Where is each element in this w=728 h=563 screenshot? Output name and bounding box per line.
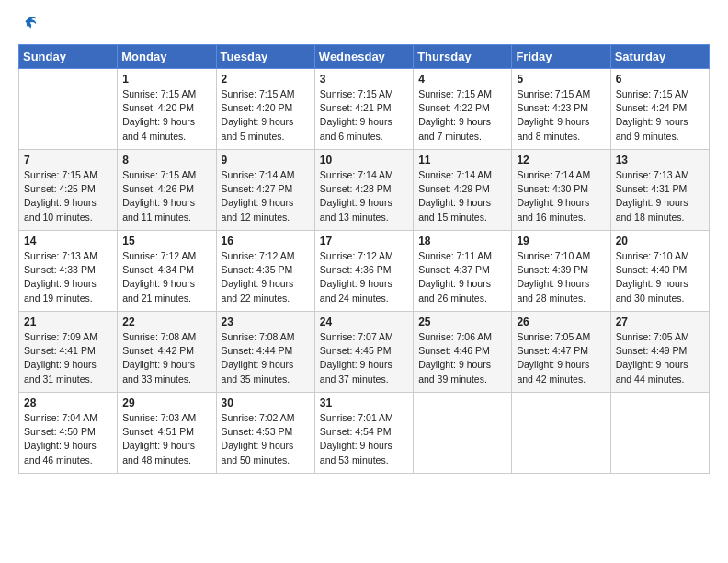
calendar-cell: 11Sunrise: 7:14 AMSunset: 4:29 PMDayligh… [414, 150, 512, 231]
day-info: Sunrise: 7:07 AMSunset: 4:45 PMDaylight:… [320, 330, 408, 386]
calendar-cell: 21Sunrise: 7:09 AMSunset: 4:41 PMDayligh… [19, 312, 118, 393]
day-info: Sunrise: 7:15 AMSunset: 4:26 PMDaylight:… [122, 168, 210, 224]
calendar-cell: 30Sunrise: 7:02 AMSunset: 4:53 PMDayligh… [216, 393, 314, 474]
day-info: Sunrise: 7:05 AMSunset: 4:47 PMDaylight:… [517, 330, 605, 386]
day-number: 12 [517, 154, 605, 167]
page: SundayMondayTuesdayWednesdayThursdayFrid… [0, 0, 728, 483]
calendar-week-5: 28Sunrise: 7:04 AMSunset: 4:50 PMDayligh… [19, 393, 710, 474]
day-info: Sunrise: 7:15 AMSunset: 4:24 PMDaylight:… [616, 87, 704, 144]
day-number: 17 [320, 235, 408, 247]
day-info: Sunrise: 7:06 AMSunset: 4:46 PMDaylight:… [418, 330, 506, 386]
calendar-cell: 20Sunrise: 7:10 AMSunset: 4:40 PMDayligh… [610, 231, 709, 312]
day-number: 6 [616, 73, 704, 86]
day-info: Sunrise: 7:09 AMSunset: 4:41 PMDaylight:… [24, 330, 112, 386]
day-info: Sunrise: 7:10 AMSunset: 4:40 PMDaylight:… [616, 249, 704, 305]
day-number: 31 [320, 396, 408, 409]
day-info: Sunrise: 7:15 AMSunset: 4:23 PMDaylight:… [517, 87, 605, 144]
day-number: 10 [320, 154, 408, 167]
calendar-cell [610, 393, 709, 474]
day-info: Sunrise: 7:14 AMSunset: 4:29 PMDaylight:… [418, 168, 506, 224]
day-header-thursday: Thursday [414, 45, 512, 69]
day-number: 3 [320, 73, 408, 86]
day-info: Sunrise: 7:15 AMSunset: 4:25 PMDaylight:… [24, 168, 112, 224]
calendar-cell: 29Sunrise: 7:03 AMSunset: 4:51 PMDayligh… [118, 393, 216, 474]
day-number: 4 [418, 73, 506, 86]
day-header-sunday: Sunday [19, 45, 118, 69]
calendar-cell: 24Sunrise: 7:07 AMSunset: 4:45 PMDayligh… [314, 312, 413, 393]
day-number: 22 [122, 316, 210, 328]
logo-bird-icon [18, 15, 39, 35]
calendar-cell: 16Sunrise: 7:12 AMSunset: 4:35 PMDayligh… [216, 231, 314, 312]
day-number: 29 [122, 396, 210, 409]
calendar-cell: 7Sunrise: 7:15 AMSunset: 4:25 PMDaylight… [19, 150, 118, 231]
calendar-cell: 31Sunrise: 7:01 AMSunset: 4:54 PMDayligh… [314, 393, 413, 474]
calendar-body: 1Sunrise: 7:15 AMSunset: 4:20 PMDaylight… [19, 69, 710, 474]
calendar-week-3: 14Sunrise: 7:13 AMSunset: 4:33 PMDayligh… [19, 231, 710, 312]
day-number: 16 [222, 235, 310, 247]
calendar-cell: 12Sunrise: 7:14 AMSunset: 4:30 PMDayligh… [512, 150, 610, 231]
day-number: 18 [418, 235, 506, 247]
day-header-saturday: Saturday [610, 45, 709, 69]
day-info: Sunrise: 7:08 AMSunset: 4:42 PMDaylight:… [122, 330, 210, 386]
day-of-week-row: SundayMondayTuesdayWednesdayThursdayFrid… [19, 45, 710, 69]
day-header-monday: Monday [118, 45, 216, 69]
calendar-cell [512, 393, 610, 474]
day-info: Sunrise: 7:15 AMSunset: 4:22 PMDaylight:… [418, 87, 506, 144]
calendar-cell: 5Sunrise: 7:15 AMSunset: 4:23 PMDaylight… [512, 69, 610, 150]
calendar-cell [19, 69, 118, 150]
day-header-tuesday: Tuesday [216, 45, 314, 69]
day-number: 8 [122, 154, 210, 167]
calendar-cell [414, 393, 512, 474]
day-info: Sunrise: 7:03 AMSunset: 4:51 PMDaylight:… [122, 411, 210, 467]
day-info: Sunrise: 7:10 AMSunset: 4:39 PMDaylight:… [517, 249, 605, 305]
day-info: Sunrise: 7:15 AMSunset: 4:20 PMDaylight:… [122, 87, 210, 144]
calendar-cell: 18Sunrise: 7:11 AMSunset: 4:37 PMDayligh… [414, 231, 512, 312]
day-info: Sunrise: 7:05 AMSunset: 4:49 PMDaylight:… [616, 330, 704, 386]
calendar-week-2: 7Sunrise: 7:15 AMSunset: 4:25 PMDaylight… [19, 150, 710, 231]
day-number: 14 [24, 235, 112, 247]
calendar-cell: 26Sunrise: 7:05 AMSunset: 4:47 PMDayligh… [512, 312, 610, 393]
day-info: Sunrise: 7:15 AMSunset: 4:21 PMDaylight:… [320, 87, 408, 144]
day-number: 15 [122, 235, 210, 247]
calendar-cell: 14Sunrise: 7:13 AMSunset: 4:33 PMDayligh… [19, 231, 118, 312]
day-info: Sunrise: 7:01 AMSunset: 4:54 PMDaylight:… [320, 411, 408, 467]
day-info: Sunrise: 7:12 AMSunset: 4:35 PMDaylight:… [222, 249, 310, 305]
calendar-cell: 13Sunrise: 7:13 AMSunset: 4:31 PMDayligh… [610, 150, 709, 231]
calendar-cell: 4Sunrise: 7:15 AMSunset: 4:22 PMDaylight… [414, 69, 512, 150]
calendar-cell: 8Sunrise: 7:15 AMSunset: 4:26 PMDaylight… [118, 150, 216, 231]
day-number: 27 [616, 316, 704, 328]
day-number: 23 [222, 316, 310, 328]
calendar-cell: 17Sunrise: 7:12 AMSunset: 4:36 PMDayligh… [314, 231, 413, 312]
calendar-cell: 22Sunrise: 7:08 AMSunset: 4:42 PMDayligh… [118, 312, 216, 393]
calendar-cell: 10Sunrise: 7:14 AMSunset: 4:28 PMDayligh… [314, 150, 413, 231]
day-number: 28 [24, 396, 112, 409]
calendar-cell: 1Sunrise: 7:15 AMSunset: 4:20 PMDaylight… [118, 69, 216, 150]
day-info: Sunrise: 7:14 AMSunset: 4:28 PMDaylight:… [320, 168, 408, 224]
day-info: Sunrise: 7:12 AMSunset: 4:34 PMDaylight:… [122, 249, 210, 305]
day-info: Sunrise: 7:11 AMSunset: 4:37 PMDaylight:… [418, 249, 506, 305]
calendar-cell: 23Sunrise: 7:08 AMSunset: 4:44 PMDayligh… [216, 312, 314, 393]
day-number: 11 [418, 154, 506, 167]
calendar-cell: 9Sunrise: 7:14 AMSunset: 4:27 PMDaylight… [216, 150, 314, 231]
calendar-cell: 3Sunrise: 7:15 AMSunset: 4:21 PMDaylight… [314, 69, 413, 150]
day-info: Sunrise: 7:13 AMSunset: 4:33 PMDaylight:… [24, 249, 112, 305]
calendar-cell: 25Sunrise: 7:06 AMSunset: 4:46 PMDayligh… [414, 312, 512, 393]
day-header-wednesday: Wednesday [314, 45, 413, 69]
day-info: Sunrise: 7:02 AMSunset: 4:53 PMDaylight:… [222, 411, 310, 467]
day-info: Sunrise: 7:15 AMSunset: 4:20 PMDaylight:… [222, 87, 310, 144]
calendar-cell: 28Sunrise: 7:04 AMSunset: 4:50 PMDayligh… [19, 393, 118, 474]
day-info: Sunrise: 7:14 AMSunset: 4:30 PMDaylight:… [517, 168, 605, 224]
day-number: 9 [222, 154, 310, 167]
day-number: 26 [517, 316, 605, 328]
calendar-cell: 6Sunrise: 7:15 AMSunset: 4:24 PMDaylight… [610, 69, 709, 150]
day-number: 25 [418, 316, 506, 328]
day-number: 24 [320, 316, 408, 328]
day-number: 1 [122, 73, 210, 86]
calendar-cell: 15Sunrise: 7:12 AMSunset: 4:34 PMDayligh… [118, 231, 216, 312]
day-number: 7 [24, 154, 112, 167]
calendar-week-1: 1Sunrise: 7:15 AMSunset: 4:20 PMDaylight… [19, 69, 710, 150]
day-header-friday: Friday [512, 45, 610, 69]
logo [18, 15, 42, 35]
day-info: Sunrise: 7:08 AMSunset: 4:44 PMDaylight:… [222, 330, 310, 386]
day-number: 20 [616, 235, 704, 247]
